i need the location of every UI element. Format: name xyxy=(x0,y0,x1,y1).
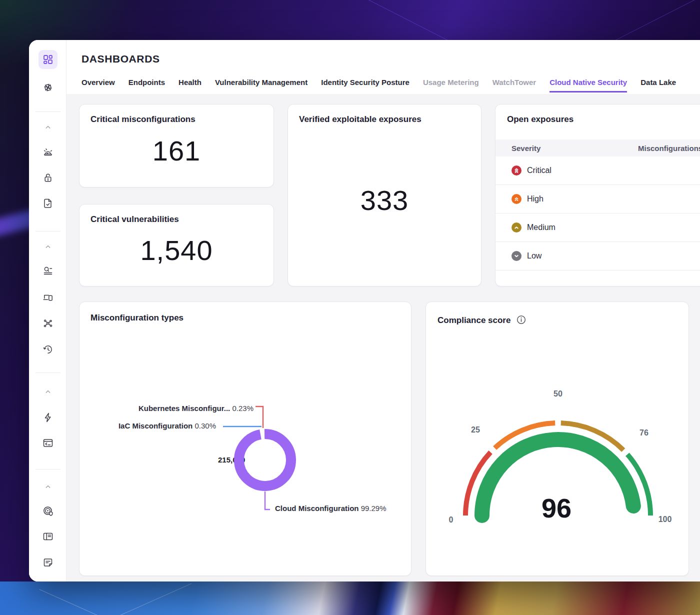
severity-label: Critical xyxy=(527,166,552,175)
column-misconfigurations: Misconfigurations xyxy=(638,144,700,152)
sidebar-divider xyxy=(36,231,60,232)
card-compliance-score: Compliance score 0 25 50 76 100 96 xyxy=(426,302,689,576)
sidebar-collapse-group-2[interactable] xyxy=(44,242,52,251)
tab-endpoints[interactable]: Endpoints xyxy=(128,78,165,92)
lightning-icon xyxy=(42,412,54,424)
terminal-console-icon xyxy=(42,437,54,449)
sidebar-item-devices[interactable] xyxy=(42,292,54,304)
severity-critical-icon xyxy=(512,166,522,176)
sidebar-collapse-group-3[interactable] xyxy=(44,387,52,396)
gauge-tick-0: 0 xyxy=(449,516,454,524)
lock-alert-icon xyxy=(42,172,54,184)
sidebar-item-singularity[interactable] xyxy=(42,82,54,94)
compliance-score-title: Compliance score xyxy=(438,316,510,325)
card-title: Critical vulnerabilities xyxy=(90,214,262,224)
pinwheel-icon xyxy=(42,82,54,94)
sidebar-item-graph[interactable] xyxy=(42,318,54,330)
card-verified-exploitable-exposures: Verified exploitable exposures 333 xyxy=(288,104,482,286)
card-open-exposures: Open exposures Severity Misconfiguration… xyxy=(495,104,700,286)
radar-shield-icon xyxy=(42,505,54,517)
chevron-up-icon xyxy=(44,242,52,251)
verified-exploitable-exposures-value: 333 xyxy=(299,124,470,276)
open-exposures-table-header: Severity Misconfigurations xyxy=(496,140,700,156)
severity-label: High xyxy=(527,194,544,204)
card-title: Critical misconfigurations xyxy=(90,114,262,124)
severity-label: Low xyxy=(527,252,542,260)
sidebar-item-reports[interactable] xyxy=(42,530,54,542)
severity-high-icon xyxy=(512,194,522,204)
sidebar-collapse-group-1[interactable] xyxy=(44,122,52,132)
tab-vulnerability-management[interactable]: Vulnerability Management xyxy=(215,78,308,92)
sidebar-item-terminal[interactable] xyxy=(42,437,54,449)
gauge-tick-76: 76 xyxy=(640,428,648,437)
sidebar-collapse-group-4[interactable] xyxy=(44,482,52,491)
wallpaper-hex-line xyxy=(118,584,192,615)
chevron-up-icon xyxy=(44,482,52,491)
devices-icon xyxy=(42,292,54,304)
card-title: Verified exploitable exposures xyxy=(299,114,470,124)
dashboard-tabs: Overview Endpoints Health Vulnerability … xyxy=(82,78,676,92)
tab-cloud-native-security[interactable]: Cloud Native Security xyxy=(550,78,627,92)
tab-watchtower[interactable]: WatchTower xyxy=(492,78,536,92)
sidebar-item-inventory[interactable] xyxy=(42,265,54,277)
desktop: DASHBOARDS Overview Endpoints Health Vul… xyxy=(0,0,700,615)
chevron-up-icon xyxy=(44,387,52,396)
siren-icon xyxy=(42,146,54,158)
sidebar-divider xyxy=(36,112,60,112)
severity-medium-icon xyxy=(512,222,522,232)
critical-vulnerabilities-value: 1,540 xyxy=(90,224,262,276)
compliance-gauge-chart: 0 25 50 76 100 96 xyxy=(438,384,678,534)
wallpaper-bottom-streaks xyxy=(0,582,700,615)
wallpaper-hex-line xyxy=(39,589,130,615)
app-window: DASHBOARDS Overview Endpoints Health Vul… xyxy=(29,40,700,582)
document-check-icon xyxy=(42,198,54,210)
gauge-value: 96 xyxy=(542,493,572,523)
misconfiguration-donut-chart xyxy=(195,390,335,530)
note-document-icon xyxy=(42,556,54,568)
severity-row-critical[interactable]: Critical xyxy=(496,156,700,185)
gauge-tick-25: 25 xyxy=(471,426,480,434)
severity-row-high[interactable]: High xyxy=(496,185,700,214)
severity-row-medium[interactable]: Medium xyxy=(496,214,700,242)
severity-row-low[interactable]: Low xyxy=(496,242,700,270)
severity-label: Medium xyxy=(527,223,556,232)
tab-usage-metering[interactable]: Usage Metering xyxy=(423,78,479,92)
chevron-up-icon xyxy=(44,122,52,132)
sidebar-item-actions[interactable] xyxy=(42,412,54,424)
sidebar-item-radar[interactable] xyxy=(42,505,54,517)
tab-identity-security-posture[interactable]: Identity Security Posture xyxy=(321,78,410,92)
network-graph-icon xyxy=(42,318,54,330)
sidebar-item-dashboards[interactable] xyxy=(38,50,58,69)
sidebar-item-alerts[interactable] xyxy=(42,146,54,158)
sidebar-item-notes[interactable] xyxy=(42,556,54,568)
sidebar xyxy=(29,40,66,582)
dashboards-grid-icon xyxy=(42,54,54,66)
layout-table-icon xyxy=(42,530,54,542)
history-clock-icon xyxy=(42,344,54,356)
tab-data-lake[interactable]: Data Lake xyxy=(640,78,676,92)
sidebar-divider xyxy=(36,469,60,470)
tab-health[interactable]: Health xyxy=(178,78,202,92)
sidebar-item-exposures[interactable] xyxy=(42,172,54,184)
card-critical-misconfigurations: Critical misconfigurations 161 xyxy=(79,104,274,188)
tab-overview[interactable]: Overview xyxy=(82,78,115,92)
severity-low-icon xyxy=(512,251,522,261)
critical-misconfigurations-value: 161 xyxy=(90,124,262,177)
card-title: Compliance score xyxy=(438,315,526,326)
card-critical-vulnerabilities: Critical vulnerabilities 1,540 xyxy=(79,204,274,286)
info-icon[interactable] xyxy=(516,315,526,324)
gauge-tick-50: 50 xyxy=(554,390,562,398)
card-misconfiguration-types: Misconfiguration types Kubernetes Miscon… xyxy=(79,302,412,576)
sidebar-item-compliance[interactable] xyxy=(42,198,54,210)
inventory-search-icon xyxy=(42,265,54,277)
page-title: DASHBOARDS xyxy=(82,53,160,65)
gauge-tick-100: 100 xyxy=(658,515,672,524)
sidebar-item-history[interactable] xyxy=(42,344,54,356)
column-severity: Severity xyxy=(496,144,540,152)
card-title: Open exposures xyxy=(507,114,574,124)
card-title: Misconfiguration types xyxy=(90,313,184,323)
sidebar-divider xyxy=(36,372,60,373)
